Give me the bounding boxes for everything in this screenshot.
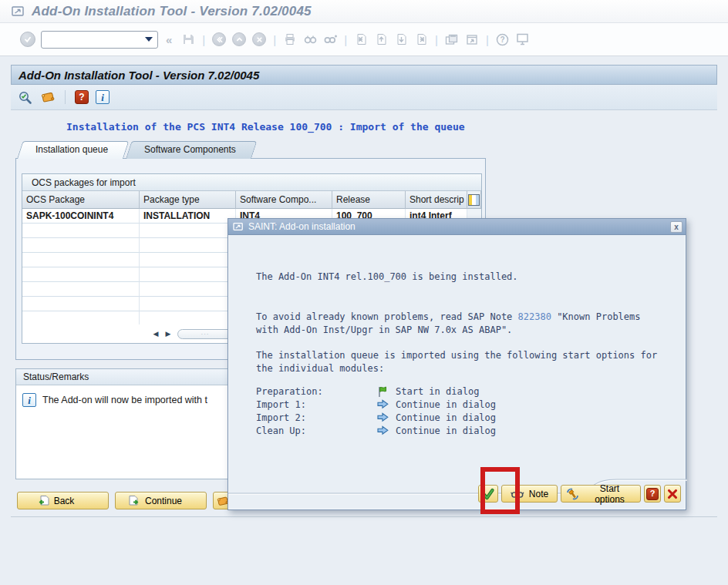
col-ocs-package[interactable]: OCS Package — [22, 191, 140, 209]
tab-installation-queue[interactable]: Installation queue — [17, 141, 123, 159]
continue-button[interactable]: Continue — [115, 492, 207, 509]
back-page-icon — [38, 495, 49, 507]
module-row-cleanup: Clean Up: Continue in dialog — [228, 425, 686, 439]
screen-bottom-border — [11, 516, 717, 517]
print-icon[interactable] — [283, 32, 297, 46]
system-toolbar: « | | | — [0, 23, 728, 56]
enter-icon[interactable] — [20, 32, 35, 47]
module-row-import1: Import 1: Continue in dialog — [228, 399, 686, 412]
dialog-text-queue2: the individual modules: — [256, 363, 384, 374]
module-row-import2: Import 2: Continue in dialog — [228, 412, 686, 425]
svg-text:?: ? — [501, 35, 505, 44]
col-short-description[interactable]: Short descrip — [406, 191, 467, 209]
dialog-text-installed: The Add-On INT4 rel.100_700 is being ins… — [256, 271, 518, 282]
chevron-down-icon[interactable] — [145, 37, 153, 42]
action-log-icon[interactable] — [40, 90, 56, 104]
dialog-help-button[interactable]: ? — [644, 485, 661, 503]
window-titlebar: Add-On Installation Tool - Version 7.02/… — [0, 0, 728, 23]
tabstrip: Installation queue Software Components — [17, 141, 251, 159]
help-book-icon: ? — [646, 488, 659, 500]
continue-page-icon — [129, 495, 140, 507]
grid-header-row: OCS Package Package type Software Compo.… — [22, 191, 481, 209]
application-toolbar: ? i — [11, 85, 717, 110]
next-page-icon[interactable] — [394, 32, 408, 46]
toolbar-separator: | — [343, 33, 348, 46]
sap-screen-icon — [12, 5, 25, 17]
dialog-title: SAINT: Add-on installation — [248, 221, 356, 232]
status-panel-message: The Add-on will now be imported with t — [42, 393, 207, 405]
status-message-line: Installation of the PCS INT4 Release 100… — [66, 121, 465, 133]
sap-note-link[interactable]: 822380 — [518, 311, 551, 322]
module-row-preparation: Preparation: Start in dialog — [228, 386, 686, 399]
green-flag-icon — [377, 386, 389, 398]
screen-footer: Back Continue — [17, 492, 233, 509]
toolbar-separator: | — [434, 33, 439, 46]
save-icon[interactable] — [181, 32, 195, 46]
exit-icon[interactable] — [232, 32, 246, 46]
table-settings-icon[interactable] — [468, 194, 480, 206]
cancel-icon[interactable] — [252, 32, 266, 46]
display-logs-icon[interactable] — [18, 90, 33, 105]
information-icon[interactable]: i — [96, 90, 110, 104]
confirm-button[interactable] — [478, 485, 498, 503]
previous-page-icon[interactable] — [374, 32, 388, 46]
dialog-window-icon — [233, 222, 244, 231]
blue-arrow-icon — [377, 425, 389, 435]
start-options-button[interactable]: Start options — [561, 485, 641, 503]
find-next-icon[interactable] — [323, 32, 337, 46]
help-book-icon[interactable]: ? — [75, 90, 89, 104]
toolbar-separator — [65, 90, 66, 104]
col-package-type[interactable]: Package type — [140, 191, 236, 209]
scroll-right-icon[interactable]: ▶ — [162, 328, 174, 340]
dialog-footer: Note Start options ? — [478, 485, 681, 503]
blue-arrow-icon — [377, 399, 389, 409]
dialog-titlebar[interactable]: SAINT: Add-on installation x — [228, 219, 686, 235]
back-icon[interactable] — [212, 32, 226, 46]
find-icon[interactable] — [303, 32, 317, 46]
last-page-icon[interactable] — [414, 32, 428, 46]
col-software-component[interactable]: Software Compo... — [236, 191, 332, 209]
dialog-text-note2: with Add-On Inst/Upgr in SAP NW 7.0x AS … — [256, 324, 512, 335]
info-icon: i — [22, 393, 36, 407]
green-check-icon — [481, 488, 495, 500]
help-icon[interactable]: ? — [496, 32, 510, 46]
glasses-icon — [511, 489, 524, 499]
back-button[interactable]: Back — [17, 492, 109, 509]
new-session-icon[interactable] — [445, 32, 459, 46]
toolbar-separator: | — [201, 33, 206, 46]
command-field[interactable] — [41, 31, 158, 49]
grid-config-cell — [467, 191, 481, 209]
saint-dialog: SAINT: Add-on installation x The Add-On … — [228, 218, 686, 510]
dialog-cancel-button[interactable] — [664, 485, 681, 503]
screen-title: Add-On Installation Tool - Version 7.02/… — [11, 65, 717, 85]
dialog-close-icon[interactable]: x — [670, 221, 682, 233]
start-options-icon — [566, 488, 579, 500]
dialog-text-queue1: The installation queue is imported using… — [256, 350, 657, 361]
toolbar-separator: | — [485, 33, 490, 46]
grid-caption: OCS packages for import — [22, 174, 481, 191]
window-title: Add-On Installation Tool - Version 7.02/… — [32, 4, 312, 19]
scroll-left-icon[interactable]: ◀ — [150, 328, 162, 340]
col-release[interactable]: Release — [332, 191, 406, 209]
dialog-text-note: To avoid already known problems, read SA… — [256, 311, 641, 322]
create-shortcut-icon[interactable] — [465, 32, 479, 46]
toolbar-separator: | — [272, 33, 277, 46]
collapse-toolbar-icon[interactable]: « — [166, 33, 172, 46]
scrollbar-thumb[interactable]: ··· — [177, 329, 233, 339]
red-x-icon — [667, 489, 678, 499]
first-page-icon[interactable] — [354, 32, 368, 46]
blue-arrow-icon — [377, 412, 389, 422]
tab-software-components[interactable]: Software Components — [126, 141, 251, 159]
note-button[interactable]: Note — [501, 485, 558, 503]
customize-layout-icon[interactable] — [516, 32, 530, 46]
